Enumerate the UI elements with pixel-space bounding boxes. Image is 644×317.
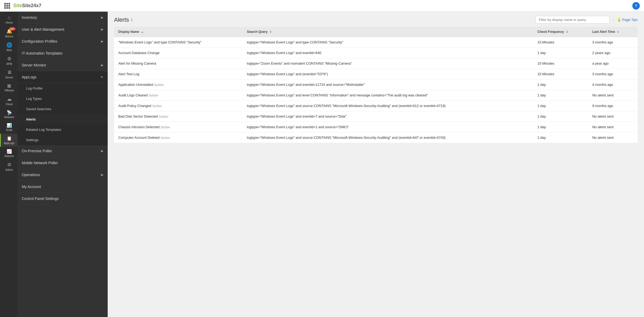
nav-label-applogs: AppLogs (4, 142, 14, 145)
sidebar-item-my-account[interactable]: My Account (18, 181, 108, 193)
sidebar-item-mobile-network-poller[interactable]: Mobile Network Poller (18, 157, 108, 169)
chevron-right-icon: ▶ (101, 63, 103, 67)
cell-last-alert-time: 9 months ago (588, 101, 638, 111)
col-search-query[interactable]: Search Query ⇕ (243, 27, 533, 37)
cell-check-frequency: 1 day (533, 111, 588, 122)
sidebar: Inventory ▶ User & Alert Management ▶ Co… (18, 12, 108, 317)
alerts-table-body: "Windows Event Logs" and type CONTAINS "… (114, 37, 638, 143)
nav-item-home[interactable]: ⌂ Home (0, 13, 18, 26)
table-row[interactable]: Bad Disk Sector DetectedSysGenlogtype="W… (114, 111, 638, 122)
cell-display-name: Computer Account DeletedSysGen (114, 132, 243, 143)
applogs-icon: 📋 (7, 136, 12, 141)
page-tips-link[interactable]: 💡 Page Tips (617, 18, 638, 22)
nav-label-home: Home (6, 21, 13, 24)
sort-both-icon: ⇕ (617, 30, 619, 33)
filter-input[interactable] (536, 16, 610, 24)
header-right: | 💡 Page Tips (536, 16, 638, 24)
nav-label-admin: Admin (5, 168, 13, 171)
page-title-row: Alerts ℹ (114, 16, 132, 23)
rum-icon: 📊 (7, 123, 12, 128)
nav-item-web[interactable]: 🌐 Web (0, 40, 18, 54)
sidebar-sub-item-related-log-templates[interactable]: Related Log Templates (18, 124, 108, 135)
vmware-icon: ▦ (7, 83, 11, 88)
cell-check-frequency: 15 Minutes (533, 69, 588, 79)
info-icon[interactable]: ℹ (131, 18, 132, 22)
table-row[interactable]: "Windows Event Logs" and type CONTAINS "… (114, 37, 638, 48)
sidebar-sub-item-settings[interactable]: Settings (18, 135, 108, 145)
sidebar-item-config-profiles[interactable]: Configuration Profiles ▶ (18, 35, 108, 47)
page-title: Alerts (114, 16, 129, 23)
sidebar-item-control-panel[interactable]: Control Panel Settings (18, 193, 108, 205)
table-row[interactable]: Alert Test Loglogtype="Windows Event Log… (114, 69, 638, 79)
cloud-icon: ☁ (7, 96, 12, 102)
cell-check-frequency: 15 Minutes (533, 58, 588, 69)
nav-item-server[interactable]: 🖥 Server (0, 68, 18, 81)
nav-label-web: Web (6, 49, 12, 52)
table-row[interactable]: Audit Logs ClearedSysGenlogtype="Windows… (114, 90, 638, 101)
reports-icon: 📈 (7, 149, 12, 154)
cell-last-alert-time: 2 years ago (588, 48, 638, 58)
sidebar-item-server-monitor[interactable]: Server Monitor ▶ (18, 59, 108, 71)
nav-item-apm[interactable]: ⚙ APM (0, 54, 18, 68)
network-icon: 📡 (7, 110, 12, 115)
grid-menu-icon[interactable] (4, 3, 10, 9)
sidebar-item-user-alert[interactable]: User & Alert Management ▶ (18, 24, 108, 35)
table-row[interactable]: Audit Policy ChangedSysGenlogtype="Windo… (114, 101, 638, 111)
alarms-badge: 99+ (9, 27, 15, 30)
sidebar-sub-item-log-profile[interactable]: Log Profile (18, 83, 108, 93)
table-header-row: Display Name ▲ Search Query ⇕ Check Freq… (114, 27, 638, 37)
sort-both-icon: ⇕ (566, 30, 568, 33)
cell-search-query: logtype="Windows Event Logs" and level C… (243, 90, 533, 101)
table-row[interactable]: Chassis Intrusion DetectedSysGenlogtype=… (114, 122, 638, 132)
nav-item-applogs[interactable]: 📋 AppLogs (0, 134, 18, 147)
sidebar-sub-item-log-types[interactable]: Log Types (18, 93, 108, 104)
applogs-submenu: Log Profile Log Types Saved Searches Ale… (18, 83, 108, 145)
nav-item-reports[interactable]: 📈 Reports (0, 147, 18, 160)
cell-display-name: Bad Disk Sector DetectedSysGen (114, 111, 243, 122)
col-check-frequency[interactable]: Check Frequency ⇕ (533, 27, 588, 37)
help-button[interactable]: ? (632, 2, 640, 10)
nav-label-rum: RUM (6, 129, 12, 132)
nav-item-network[interactable]: 📡 Network (0, 108, 18, 121)
cell-display-name: Alert Test Log (114, 69, 243, 79)
nav-label-apm: APM (6, 62, 12, 65)
cell-search-query: logtype="Windows Event Logs" and source … (243, 101, 533, 111)
sort-both-icon: ⇕ (269, 30, 272, 33)
lightbulb-icon: 💡 (617, 18, 621, 22)
cell-display-name: Audit Policy ChangedSysGen (114, 101, 243, 111)
cell-last-alert-time: No alerts sent (588, 132, 638, 143)
cell-check-frequency: 1 day (533, 132, 588, 143)
nav-item-alarms[interactable]: 🔔 99+ Alarms (0, 26, 18, 40)
chevron-right-icon: ▶ (101, 39, 103, 43)
cell-search-query: logtype="Windows Event Logs" and (eventi… (243, 69, 533, 79)
sidebar-sub-item-saved-searches[interactable]: Saved Searches (18, 104, 108, 114)
table-row[interactable]: Application UninstalledSysGenlogtype="Wi… (114, 79, 638, 90)
nav-label-reports: Reports (5, 155, 14, 158)
cell-search-query: logtype="Windows Event Logs" and eventid… (243, 79, 533, 90)
sidebar-item-it-automation[interactable]: IT Automation Templates (18, 47, 108, 59)
nav-label-server: Server (5, 76, 13, 79)
sidebar-item-operations[interactable]: Operations ▶ (18, 169, 108, 181)
sidebar-item-on-premise-poller[interactable]: On-Premise Poller ▶ (18, 145, 108, 157)
table-row[interactable]: Account Database Changelogtype="Windows … (114, 48, 638, 58)
nav-item-admin[interactable]: ⚙ Admin (0, 160, 18, 173)
sidebar-sub-item-alerts[interactable]: Alerts (18, 114, 108, 124)
sidebar-item-inventory[interactable]: Inventory ▶ (18, 12, 108, 24)
alerts-table: Display Name ▲ Search Query ⇕ Check Freq… (114, 27, 638, 143)
divider: | (613, 18, 614, 22)
main-content: Alerts ℹ | 💡 Page Tips Display Name ▲ (108, 12, 644, 317)
cell-check-frequency: 1 day (533, 48, 588, 58)
nav-item-vmware[interactable]: ▦ VMware (0, 81, 18, 94)
nav-item-cloud[interactable]: ☁ Cloud (0, 94, 18, 108)
web-icon: 🌐 (6, 42, 12, 48)
cell-search-query: logtype="Windows Event Logs" and source … (243, 132, 533, 143)
table-row[interactable]: Alert for Missing Cameralogtype="Zoom Ev… (114, 58, 638, 69)
cell-search-query: logtype="Zoom Events" and roomalert CONT… (243, 58, 533, 69)
col-last-alert-time[interactable]: Last Alert Time ⇕ (588, 27, 638, 37)
cell-display-name: "Windows Event Logs" and type CONTAINS "… (114, 37, 243, 48)
sidebar-item-applogs[interactable]: AppLogs ▼ (18, 71, 108, 83)
table-row[interactable]: Computer Account DeletedSysGenlogtype="W… (114, 132, 638, 143)
nav-item-rum[interactable]: 📊 RUM (0, 121, 18, 134)
cell-check-frequency: 15 Minutes (533, 37, 588, 48)
col-display-name[interactable]: Display Name ▲ (114, 27, 243, 37)
